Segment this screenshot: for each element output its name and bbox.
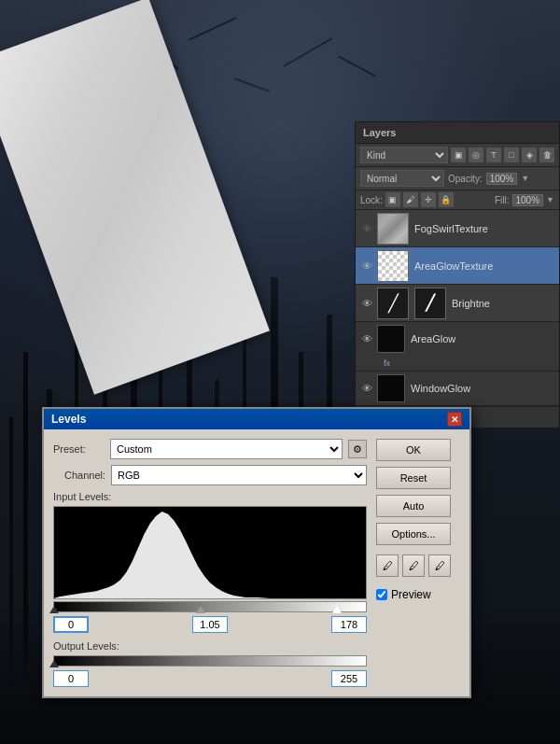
channel-label: Channel: bbox=[53, 470, 105, 481]
channel-select[interactable]: RGB Red Green Blue bbox=[111, 465, 367, 485]
output-min-field[interactable] bbox=[53, 670, 89, 687]
black-eyedropper-btn[interactable]: 🖊 bbox=[376, 554, 399, 577]
layers-filter-icon1[interactable]: ▣ bbox=[451, 147, 466, 162]
opacity-arrow: ▼ bbox=[521, 174, 529, 183]
layer-eye-brightness[interactable]: 👁 bbox=[359, 296, 374, 311]
input-black-thumb[interactable] bbox=[49, 606, 59, 613]
layer-name-windowglow: WindowGlow bbox=[411, 383, 470, 394]
input-min-field[interactable] bbox=[53, 616, 89, 633]
lock-pixel-btn[interactable]: ▣ bbox=[385, 192, 400, 207]
layers-panel-title: Layers bbox=[356, 122, 559, 144]
input-max-field[interactable] bbox=[331, 616, 367, 633]
lock-all-btn[interactable]: 🔒 bbox=[439, 192, 454, 207]
levels-right: OK Reset Auto Options... 🖊 🖊 🖊 Preview bbox=[376, 439, 460, 687]
layers-filter-bar: Kind ▣ ◎ T □ ◈ 🗑 bbox=[356, 144, 559, 167]
histogram bbox=[53, 506, 367, 599]
layers-panel: Layers Kind ▣ ◎ T □ ◈ 🗑 Normal Opacity: … bbox=[355, 121, 560, 428]
output-levels-label: Output Levels: bbox=[53, 640, 367, 652]
layer-fogswirl[interactable]: 👁 FogSwirlTexture bbox=[356, 210, 559, 247]
levels-dialog: Levels ✕ Preset: Custom Default Darker I… bbox=[42, 407, 471, 698]
layer-name-areaglow: AreaGlow bbox=[411, 333, 455, 344]
preset-select[interactable]: Custom Default Darker Increase Contrast … bbox=[110, 439, 343, 459]
layers-filter-icon5[interactable]: ◈ bbox=[522, 147, 537, 162]
layer-areaglowtexture[interactable]: 👁 AreaGlowTexture bbox=[356, 247, 559, 285]
blend-mode-select[interactable]: Normal bbox=[360, 170, 444, 187]
preview-checkbox[interactable] bbox=[376, 589, 387, 600]
layer-mask-thumb-brightness: ╱ bbox=[414, 288, 446, 319]
layer-thumb-fogswirl bbox=[377, 213, 409, 245]
preview-row: Preview bbox=[376, 588, 460, 601]
layer-thumb-areaglowtexture bbox=[377, 250, 409, 282]
ok-btn[interactable]: OK bbox=[376, 439, 451, 461]
layers-kind-select[interactable]: Kind bbox=[360, 147, 448, 163]
levels-body: Preset: Custom Default Darker Increase C… bbox=[44, 429, 469, 696]
opacity-label: Opacity: bbox=[448, 174, 483, 184]
levels-left: Preset: Custom Default Darker Increase C… bbox=[53, 439, 367, 687]
layer-name-areaglowtexture: AreaGlowTexture bbox=[414, 260, 493, 272]
channel-row: Channel: RGB Red Green Blue bbox=[53, 465, 367, 485]
options-btn[interactable]: Options... bbox=[376, 523, 451, 545]
input-white-thumb[interactable] bbox=[332, 606, 342, 613]
preset-gear-btn[interactable]: ⚙ bbox=[348, 440, 367, 458]
layer-thumb-brightness bbox=[377, 288, 409, 319]
layer-name-fogswirl: FogSwirlTexture bbox=[414, 223, 488, 234]
layer-eye-windowglow[interactable]: 👁 bbox=[359, 381, 374, 396]
layer-fx-areaglow: fx bbox=[356, 356, 559, 371]
layer-windowglow[interactable]: 👁 WindowGlow bbox=[356, 372, 559, 406]
opacity-value: 100% bbox=[486, 173, 518, 185]
layer-areaglow[interactable]: 👁 AreaGlow fx bbox=[356, 322, 559, 372]
fill-label: Fill: bbox=[495, 195, 510, 205]
input-mid-field[interactable] bbox=[192, 616, 228, 633]
fill-arrow: ▼ bbox=[546, 195, 554, 204]
lock-label: Lock: bbox=[360, 195, 383, 205]
layer-eye-areaglowtexture[interactable]: 👁 bbox=[359, 259, 374, 274]
histogram-svg bbox=[54, 507, 366, 598]
layer-eye-areaglow[interactable]: 👁 bbox=[359, 331, 374, 346]
layers-filter-icon2[interactable]: ◎ bbox=[469, 147, 483, 162]
lock-paint-btn[interactable]: 🖌 bbox=[403, 192, 418, 207]
output-max-field[interactable] bbox=[331, 670, 367, 687]
layer-thumb-areaglow bbox=[377, 325, 405, 353]
input-slider[interactable] bbox=[53, 601, 367, 612]
output-slider[interactable] bbox=[53, 655, 367, 667]
lock-move-btn[interactable]: ✛ bbox=[421, 192, 436, 207]
input-values-row bbox=[53, 616, 367, 633]
gray-eyedropper-btn[interactable]: 🖊 bbox=[402, 554, 425, 577]
output-values-row bbox=[53, 670, 367, 687]
reset-btn[interactable]: Reset bbox=[376, 467, 451, 489]
levels-title: Levels bbox=[51, 413, 86, 426]
layers-filter-icon3[interactable]: T bbox=[486, 147, 501, 162]
eyedropper-row: 🖊 🖊 🖊 bbox=[376, 554, 460, 577]
layers-filter-icon4[interactable]: □ bbox=[504, 147, 519, 162]
layer-brightness[interactable]: 👁 ╱ Brightne bbox=[356, 285, 559, 322]
layers-blend-row: Normal Opacity: 100% ▼ bbox=[356, 167, 559, 190]
layers-filter-icon6[interactable]: 🗑 bbox=[539, 147, 554, 162]
auto-btn[interactable]: Auto bbox=[376, 495, 451, 517]
preview-label: Preview bbox=[391, 588, 431, 601]
fill-value: 100% bbox=[512, 194, 544, 206]
input-levels-label: Input Levels: bbox=[53, 491, 367, 502]
white-eyedropper-btn[interactable]: 🖊 bbox=[428, 554, 451, 577]
output-black-thumb[interactable] bbox=[49, 660, 59, 667]
levels-close-btn[interactable]: ✕ bbox=[447, 412, 462, 427]
levels-titlebar: Levels ✕ bbox=[44, 409, 469, 429]
layer-name-brightness: Brightne bbox=[452, 298, 490, 309]
preset-label: Preset: bbox=[53, 443, 105, 455]
layer-eye-fogswirl[interactable]: 👁 bbox=[359, 221, 374, 236]
input-mid-thumb[interactable] bbox=[196, 606, 205, 613]
layer-thumb-windowglow bbox=[377, 374, 405, 402]
layers-lock-row: Lock: ▣ 🖌 ✛ 🔒 Fill: 100% ▼ bbox=[356, 190, 559, 210]
preset-row: Preset: Custom Default Darker Increase C… bbox=[53, 439, 367, 459]
